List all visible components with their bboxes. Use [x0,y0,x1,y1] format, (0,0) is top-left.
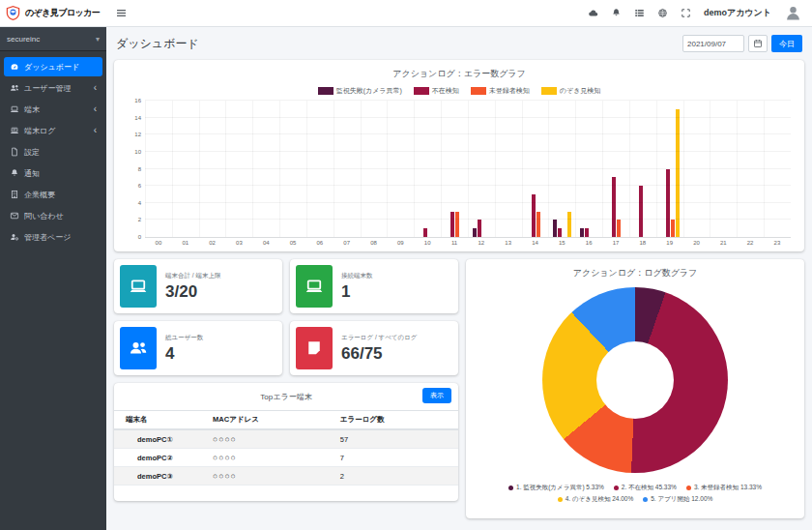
legend-item[interactable]: 不在検知 [414,86,459,96]
y-tick-label: 8 [138,166,141,172]
bar-segment [455,212,459,237]
legend-swatch [541,87,557,95]
x-tick-label: 16 [575,240,602,246]
sidebar-item-device-logs[interactable]: 端末ログ ‹ [4,121,102,140]
bar-group [306,101,334,237]
stat-label: エラーログ / すべてのログ [341,334,417,342]
donut-chart [542,287,728,473]
y-tick-label: 16 [134,98,141,103]
bar-group [172,101,199,237]
legend-item[interactable]: 3. 未登録者検知 13.33% [686,484,762,490]
sidebar-item-admin-page[interactable]: 管理者ページ [4,227,102,247]
legend-item[interactable]: 未登録者検知 [471,86,530,96]
sidebar-item-label: 端末 [24,104,40,115]
table-row[interactable]: demoPC② ○○○○ 7 [114,449,458,467]
users-icon [10,83,19,93]
sidebar-item-label: 通知 [24,168,40,179]
bar-group [602,101,629,237]
bar-segment [612,177,616,237]
users-icon [120,327,157,369]
app-window: のぞき見ブロッカー secureinc ▾ ダッシュボード ユーザー管理 ‹ 端… [0,0,812,530]
shield-logo-icon [5,5,21,21]
bar-segment [676,109,680,237]
bell-icon[interactable] [611,8,622,18]
gridline [145,117,791,118]
stat-label: 端末合計 / 端末上限 [165,272,220,280]
list-icon[interactable] [634,8,645,18]
sidebar-item-settings[interactable]: 設定 [4,142,102,162]
bar-group [737,101,764,237]
organization-select[interactable]: secureinc ▾ [0,27,106,51]
x-tick-label: 18 [629,240,656,246]
bar-segment [473,228,477,237]
bar-group [199,101,226,237]
main-content: ダッシュボード 今日 アクションログ：エラー数グラフ 監視失敗(カメラ異常)不在… [106,27,812,530]
x-tick-label: 13 [495,240,522,246]
legend-item[interactable]: 1. 監視失敗(カメラ異常) 5.33% [508,484,604,490]
bar-group [522,101,549,237]
x-tick-label: 08 [361,240,388,246]
stat-label: 総ユーザー数 [165,334,203,342]
brand-logo[interactable]: のぞき見ブロッカー [0,0,106,27]
log-pie-chart-card: アクションログ：ログ数グラフ 1. 監視失敗(カメラ異常) 5.33%2. 不在… [466,259,804,518]
user-gear-icon [10,232,19,242]
sidebar-item-notifications[interactable]: 通知 [4,163,102,183]
calendar-button[interactable] [748,35,768,52]
sidebar-item-dashboard[interactable]: ダッシュボード [4,57,102,76]
y-tick-label: 14 [134,115,141,121]
sidebar: のぞき見ブロッカー secureinc ▾ ダッシュボード ユーザー管理 ‹ 端… [0,0,106,530]
bar-group [468,101,495,237]
legend-item[interactable]: 監視失敗(カメラ異常) [318,86,402,96]
bar-group [495,101,522,237]
today-button[interactable]: 今日 [771,35,802,52]
sidebar-item-contact[interactable]: 問い合わせ [4,206,102,225]
device-name: demoPC① [114,429,207,449]
calendar-icon [753,39,763,48]
x-tick-label: 17 [602,240,629,246]
stat-value: 1 [341,282,373,302]
show-button[interactable]: 表示 [422,388,451,403]
pie-chart-title: アクションログ：ログ数グラフ [573,267,698,280]
bar-legend: 監視失敗(カメラ異常)不在検知未登録者検知のぞき見検知 [126,86,793,96]
avatar[interactable] [784,4,802,22]
bar-chart-title: アクションログ：エラー数グラフ [126,68,793,80]
bar-group [414,101,441,237]
legend-item[interactable]: 2. 不在検知 45.33% [614,484,677,490]
bottom-row: 端末合計 / 端末上限 3/20 接続端末数 1 [114,259,804,518]
fullscreen-icon[interactable] [681,8,691,18]
bar-segment [567,212,571,237]
sidebar-item-company-profile[interactable]: 企業概要 [4,185,102,204]
x-tick-label: 05 [279,240,306,246]
sidebar-item-label: 端末ログ [24,126,55,136]
hamburger-menu-icon[interactable] [116,8,127,18]
legend-item[interactable]: 4. のぞき見検知 24.00% [558,495,634,502]
legend-item[interactable]: 5. アプリ開始 12.00% [643,495,712,502]
bar-segment [553,220,557,237]
stat-value: 66/75 [341,344,417,364]
legend-item[interactable]: のぞき見検知 [541,86,601,96]
x-tick-label: 09 [387,240,414,246]
table-header-row: 端末名 MACアドレス エラーログ数 [114,411,458,430]
globe-icon[interactable] [657,8,668,18]
x-tick-label: 07 [334,240,361,246]
account-menu[interactable]: demoアカウント [704,7,771,19]
cloud-icon[interactable] [588,8,598,18]
bar-group [361,101,388,237]
table-row[interactable]: demoPC③ ○○○○ 2 [114,467,458,486]
sidebar-item-user-management[interactable]: ユーザー管理 ‹ [4,78,102,98]
sidebar-item-devices[interactable]: 端末 ‹ [4,100,102,119]
topbar-actions: demoアカウント [588,4,802,22]
page-title: ダッシュボード [116,36,199,52]
y-tick-label: 12 [134,132,141,137]
gridline [145,202,791,203]
pie-legend: 1. 監視失敗(カメラ異常) 5.33%2. 不在検知 45.33%3. 未登録… [474,482,797,506]
envelope-icon [10,211,19,221]
date-input[interactable] [682,35,744,52]
sidebar-menu: ダッシュボード ユーザー管理 ‹ 端末 ‹ 端末ログ ‹ 設定 [0,51,106,254]
date-controls: 今日 [682,35,802,52]
laptop-icon [120,265,157,308]
table-row[interactable]: demoPC① ○○○○ 57 [114,429,458,449]
y-tick-label: 2 [138,217,141,222]
mac-address: ○○○○ [207,467,334,486]
bar-group [225,101,252,237]
